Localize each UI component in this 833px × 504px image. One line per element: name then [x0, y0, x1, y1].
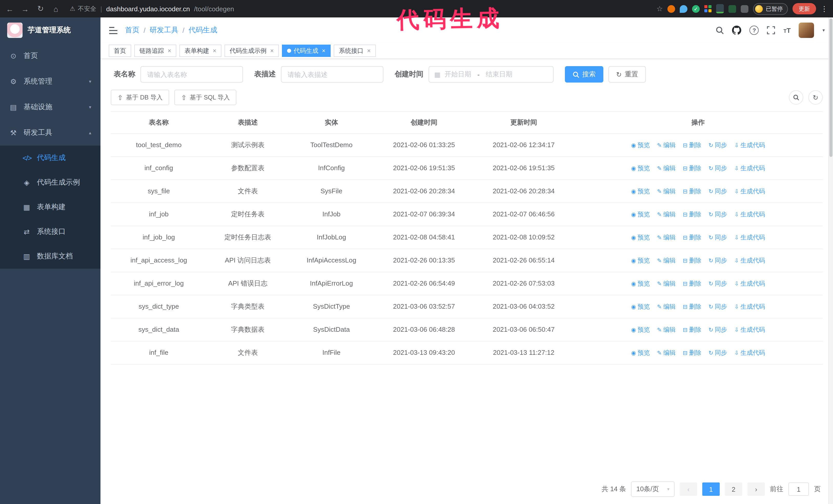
extension-icon-green-check[interactable]: ✓ [692, 5, 700, 13]
extensions-puzzle-icon[interactable] [741, 5, 748, 13]
preview-link[interactable]: ◉预览 [631, 324, 650, 335]
generate-code-link[interactable]: ⇩生成代码 [734, 301, 765, 312]
sync-link[interactable]: ↻同步 [709, 324, 727, 335]
chrome-menu-icon[interactable]: ⋮ [821, 5, 828, 13]
close-tab-icon[interactable]: × [367, 47, 371, 54]
sync-link[interactable]: ↻同步 [709, 186, 727, 197]
sync-link[interactable]: ↻同步 [709, 209, 727, 220]
extension-icon-dark[interactable] [716, 4, 724, 13]
delete-link[interactable]: ⊟删除 [683, 324, 701, 335]
sidebar-item-api[interactable]: ⇄ 系统接口 [0, 219, 100, 244]
home-icon[interactable]: ⌂ [51, 4, 61, 13]
edit-link[interactable]: ✎编辑 [657, 347, 675, 358]
refresh-table-button[interactable]: ↻ [808, 90, 823, 104]
preview-link[interactable]: ◉预览 [631, 140, 650, 151]
preview-link[interactable]: ◉预览 [631, 301, 650, 312]
delete-link[interactable]: ⊟删除 [683, 278, 701, 289]
delete-link[interactable]: ⊟删除 [683, 209, 701, 220]
app-logo[interactable]: 芋道管理系统 [0, 18, 100, 43]
tab-form-builder[interactable]: 表单构建× [180, 45, 221, 57]
edit-link[interactable]: ✎编辑 [657, 163, 675, 174]
not-secure-warning[interactable]: ⚠不安全 [70, 4, 96, 13]
prev-page-button[interactable]: ‹ [680, 482, 697, 496]
sync-link[interactable]: ↻同步 [709, 301, 727, 312]
sidebar-item-db-doc[interactable]: ▥ 数据库文档 [0, 244, 100, 269]
next-page-button[interactable]: › [747, 482, 765, 496]
generate-code-link[interactable]: ⇩生成代码 [734, 347, 765, 358]
preview-link[interactable]: ◉预览 [631, 232, 650, 243]
sidebar-item-codegen-example[interactable]: ◈ 代码生成示例 [0, 170, 100, 195]
generate-code-link[interactable]: ⇩生成代码 [734, 255, 765, 266]
table-desc-input[interactable] [281, 66, 383, 82]
delete-link[interactable]: ⊟删除 [683, 186, 701, 197]
edit-link[interactable]: ✎编辑 [657, 301, 675, 312]
extension-icon-orange[interactable] [667, 5, 675, 13]
font-size-icon[interactable]: TT [784, 26, 791, 34]
page-button-2[interactable]: 2 [725, 482, 742, 496]
delete-link[interactable]: ⊟删除 [683, 347, 701, 358]
sync-link[interactable]: ↻同步 [709, 347, 727, 358]
edit-link[interactable]: ✎编辑 [657, 209, 675, 220]
close-tab-icon[interactable]: × [168, 47, 171, 54]
close-tab-icon[interactable]: × [322, 47, 326, 54]
scrollbar-thumb[interactable] [829, 19, 832, 157]
breadcrumb-home[interactable]: 首页 [125, 26, 139, 35]
tab-api[interactable]: 系统接口× [334, 45, 376, 57]
extension-icon-grid[interactable] [704, 5, 712, 12]
extension-icon-leaf[interactable] [729, 5, 736, 13]
sidebar-item-home[interactable]: ⊙ 首页 [0, 43, 100, 69]
edit-link[interactable]: ✎编辑 [657, 278, 675, 289]
preview-link[interactable]: ◉预览 [631, 163, 650, 174]
edit-link[interactable]: ✎编辑 [657, 140, 675, 151]
tab-trace[interactable]: 链路追踪× [134, 45, 176, 57]
close-tab-icon[interactable]: × [270, 47, 274, 54]
generate-code-link[interactable]: ⇩生成代码 [734, 232, 765, 243]
generate-code-link[interactable]: ⇩生成代码 [734, 163, 765, 174]
search-button[interactable]: 搜索 [565, 66, 603, 82]
sidebar-item-form-builder[interactable]: ▦ 表单构建 [0, 195, 100, 219]
breadcrumb-dev-tools[interactable]: 研发工具 [150, 26, 178, 35]
preview-link[interactable]: ◉预览 [631, 255, 650, 266]
date-range-picker[interactable]: ▦ 开始日期 - 结束日期 [429, 66, 554, 82]
bookmark-star-icon[interactable]: ☆ [657, 5, 663, 13]
sidebar-item-codegen[interactable]: </> 代码生成 [0, 146, 100, 170]
sync-link[interactable]: ↻同步 [709, 232, 727, 243]
search-icon[interactable] [716, 26, 724, 34]
generate-code-link[interactable]: ⇩生成代码 [734, 209, 765, 220]
page-button-1[interactable]: 1 [702, 482, 720, 496]
goto-page-input[interactable] [788, 482, 809, 496]
scrollbar[interactable] [828, 18, 833, 504]
extension-icon-blue-drop[interactable] [680, 5, 687, 13]
delete-link[interactable]: ⊟删除 [683, 163, 701, 174]
delete-link[interactable]: ⊟删除 [683, 301, 701, 312]
sidebar-item-infrastructure[interactable]: ▤ 基础设施 ▾ [0, 94, 100, 120]
tab-codegen-example[interactable]: 代码生成示例× [224, 45, 279, 57]
generate-code-link[interactable]: ⇩生成代码 [734, 140, 765, 151]
sidebar-item-dev-tools[interactable]: ⚒ 研发工具 ▴ [0, 120, 100, 146]
chrome-update-button[interactable]: 更新 [792, 3, 816, 14]
fullscreen-icon[interactable] [767, 26, 775, 34]
tab-home[interactable]: 首页 [109, 45, 131, 57]
sidebar-item-system[interactable]: ⚙ 系统管理 ▾ [0, 69, 100, 94]
delete-link[interactable]: ⊟删除 [683, 255, 701, 266]
address-bar[interactable]: ⚠不安全 | dashboard.yudao.iocoder.cn/tool/c… [67, 4, 650, 13]
help-icon[interactable]: ? [750, 26, 759, 35]
hamburger-icon[interactable] [109, 26, 118, 34]
sync-link[interactable]: ↻同步 [709, 255, 727, 266]
edit-link[interactable]: ✎编辑 [657, 232, 675, 243]
sync-link[interactable]: ↻同步 [709, 278, 727, 289]
preview-link[interactable]: ◉预览 [631, 209, 650, 220]
delete-link[interactable]: ⊟删除 [683, 140, 701, 151]
reset-button[interactable]: ↻ 重置 [609, 66, 646, 82]
generate-code-link[interactable]: ⇩生成代码 [734, 324, 765, 335]
forward-icon[interactable]: → [21, 4, 30, 13]
edit-link[interactable]: ✎编辑 [657, 324, 675, 335]
tab-codegen[interactable]: 代码生成× [282, 45, 331, 57]
reload-icon[interactable]: ↻ [36, 4, 45, 13]
user-avatar[interactable] [799, 23, 814, 38]
toggle-search-button[interactable] [789, 90, 803, 104]
generate-code-link[interactable]: ⇩生成代码 [734, 278, 765, 289]
back-icon[interactable]: ← [5, 4, 14, 13]
delete-link[interactable]: ⊟删除 [683, 232, 701, 243]
edit-link[interactable]: ✎编辑 [657, 186, 675, 197]
